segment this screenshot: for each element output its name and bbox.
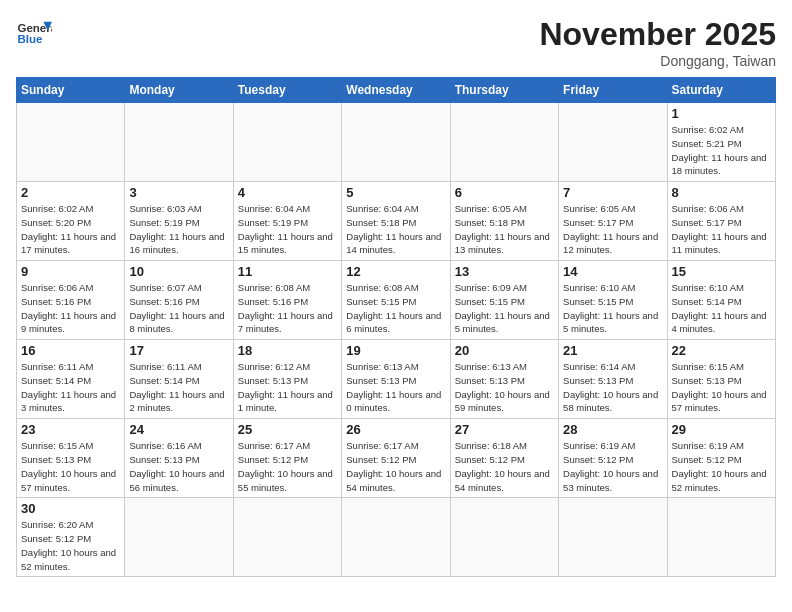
- calendar-subtitle: Donggang, Taiwan: [539, 53, 776, 69]
- day-number: 22: [672, 343, 771, 358]
- week-row-1: 1Sunrise: 6:02 AM Sunset: 5:21 PM Daylig…: [17, 103, 776, 182]
- day-number: 16: [21, 343, 120, 358]
- day-number: 10: [129, 264, 228, 279]
- day-cell: 27Sunrise: 6:18 AM Sunset: 5:12 PM Dayli…: [450, 419, 558, 498]
- day-number: 29: [672, 422, 771, 437]
- day-number: 30: [21, 501, 120, 516]
- day-info: Sunrise: 6:05 AM Sunset: 5:17 PM Dayligh…: [563, 202, 662, 257]
- day-info: Sunrise: 6:04 AM Sunset: 5:18 PM Dayligh…: [346, 202, 445, 257]
- day-info: Sunrise: 6:15 AM Sunset: 5:13 PM Dayligh…: [672, 360, 771, 415]
- col-header-wednesday: Wednesday: [342, 78, 450, 103]
- day-number: 28: [563, 422, 662, 437]
- logo: General Blue: [16, 16, 52, 52]
- week-row-4: 16Sunrise: 6:11 AM Sunset: 5:14 PM Dayli…: [17, 340, 776, 419]
- day-cell: 13Sunrise: 6:09 AM Sunset: 5:15 PM Dayli…: [450, 261, 558, 340]
- day-cell: 4Sunrise: 6:04 AM Sunset: 5:19 PM Daylig…: [233, 182, 341, 261]
- day-cell: 15Sunrise: 6:10 AM Sunset: 5:14 PM Dayli…: [667, 261, 775, 340]
- day-info: Sunrise: 6:11 AM Sunset: 5:14 PM Dayligh…: [21, 360, 120, 415]
- day-info: Sunrise: 6:14 AM Sunset: 5:13 PM Dayligh…: [563, 360, 662, 415]
- day-cell: 8Sunrise: 6:06 AM Sunset: 5:17 PM Daylig…: [667, 182, 775, 261]
- day-number: 13: [455, 264, 554, 279]
- day-cell: 26Sunrise: 6:17 AM Sunset: 5:12 PM Dayli…: [342, 419, 450, 498]
- col-header-tuesday: Tuesday: [233, 78, 341, 103]
- week-row-5: 23Sunrise: 6:15 AM Sunset: 5:13 PM Dayli…: [17, 419, 776, 498]
- svg-text:Blue: Blue: [17, 33, 43, 45]
- day-cell: [17, 103, 125, 182]
- day-info: Sunrise: 6:17 AM Sunset: 5:12 PM Dayligh…: [346, 439, 445, 494]
- day-cell: [233, 498, 341, 577]
- day-info: Sunrise: 6:07 AM Sunset: 5:16 PM Dayligh…: [129, 281, 228, 336]
- header: General Blue November 2025 Donggang, Tai…: [16, 16, 776, 69]
- day-number: 8: [672, 185, 771, 200]
- day-cell: 16Sunrise: 6:11 AM Sunset: 5:14 PM Dayli…: [17, 340, 125, 419]
- day-number: 3: [129, 185, 228, 200]
- day-info: Sunrise: 6:10 AM Sunset: 5:14 PM Dayligh…: [672, 281, 771, 336]
- day-cell: 9Sunrise: 6:06 AM Sunset: 5:16 PM Daylig…: [17, 261, 125, 340]
- calendar-table: SundayMondayTuesdayWednesdayThursdayFrid…: [16, 77, 776, 577]
- day-number: 1: [672, 106, 771, 121]
- day-cell: 19Sunrise: 6:13 AM Sunset: 5:13 PM Dayli…: [342, 340, 450, 419]
- day-number: 12: [346, 264, 445, 279]
- day-number: 15: [672, 264, 771, 279]
- day-cell: 2Sunrise: 6:02 AM Sunset: 5:20 PM Daylig…: [17, 182, 125, 261]
- day-cell: 10Sunrise: 6:07 AM Sunset: 5:16 PM Dayli…: [125, 261, 233, 340]
- day-cell: [667, 498, 775, 577]
- day-info: Sunrise: 6:05 AM Sunset: 5:18 PM Dayligh…: [455, 202, 554, 257]
- col-header-sunday: Sunday: [17, 78, 125, 103]
- day-cell: [233, 103, 341, 182]
- day-number: 5: [346, 185, 445, 200]
- day-info: Sunrise: 6:10 AM Sunset: 5:15 PM Dayligh…: [563, 281, 662, 336]
- title-block: November 2025 Donggang, Taiwan: [539, 16, 776, 69]
- day-info: Sunrise: 6:16 AM Sunset: 5:13 PM Dayligh…: [129, 439, 228, 494]
- day-number: 17: [129, 343, 228, 358]
- calendar-header: SundayMondayTuesdayWednesdayThursdayFrid…: [17, 78, 776, 103]
- day-info: Sunrise: 6:02 AM Sunset: 5:20 PM Dayligh…: [21, 202, 120, 257]
- day-cell: 18Sunrise: 6:12 AM Sunset: 5:13 PM Dayli…: [233, 340, 341, 419]
- week-row-3: 9Sunrise: 6:06 AM Sunset: 5:16 PM Daylig…: [17, 261, 776, 340]
- day-number: 4: [238, 185, 337, 200]
- day-info: Sunrise: 6:12 AM Sunset: 5:13 PM Dayligh…: [238, 360, 337, 415]
- day-number: 25: [238, 422, 337, 437]
- col-header-friday: Friday: [559, 78, 667, 103]
- day-number: 24: [129, 422, 228, 437]
- day-number: 2: [21, 185, 120, 200]
- day-cell: 17Sunrise: 6:11 AM Sunset: 5:14 PM Dayli…: [125, 340, 233, 419]
- day-info: Sunrise: 6:09 AM Sunset: 5:15 PM Dayligh…: [455, 281, 554, 336]
- week-row-6: 30Sunrise: 6:20 AM Sunset: 5:12 PM Dayli…: [17, 498, 776, 577]
- day-number: 9: [21, 264, 120, 279]
- day-info: Sunrise: 6:08 AM Sunset: 5:16 PM Dayligh…: [238, 281, 337, 336]
- day-info: Sunrise: 6:19 AM Sunset: 5:12 PM Dayligh…: [672, 439, 771, 494]
- day-cell: 21Sunrise: 6:14 AM Sunset: 5:13 PM Dayli…: [559, 340, 667, 419]
- day-number: 21: [563, 343, 662, 358]
- day-info: Sunrise: 6:11 AM Sunset: 5:14 PM Dayligh…: [129, 360, 228, 415]
- day-info: Sunrise: 6:13 AM Sunset: 5:13 PM Dayligh…: [346, 360, 445, 415]
- day-cell: 11Sunrise: 6:08 AM Sunset: 5:16 PM Dayli…: [233, 261, 341, 340]
- col-header-thursday: Thursday: [450, 78, 558, 103]
- day-info: Sunrise: 6:20 AM Sunset: 5:12 PM Dayligh…: [21, 518, 120, 573]
- day-number: 20: [455, 343, 554, 358]
- day-cell: 23Sunrise: 6:15 AM Sunset: 5:13 PM Dayli…: [17, 419, 125, 498]
- day-info: Sunrise: 6:03 AM Sunset: 5:19 PM Dayligh…: [129, 202, 228, 257]
- week-row-2: 2Sunrise: 6:02 AM Sunset: 5:20 PM Daylig…: [17, 182, 776, 261]
- day-cell: 12Sunrise: 6:08 AM Sunset: 5:15 PM Dayli…: [342, 261, 450, 340]
- day-cell: 14Sunrise: 6:10 AM Sunset: 5:15 PM Dayli…: [559, 261, 667, 340]
- day-cell: 1Sunrise: 6:02 AM Sunset: 5:21 PM Daylig…: [667, 103, 775, 182]
- day-number: 7: [563, 185, 662, 200]
- day-cell: [450, 103, 558, 182]
- day-cell: 22Sunrise: 6:15 AM Sunset: 5:13 PM Dayli…: [667, 340, 775, 419]
- day-info: Sunrise: 6:08 AM Sunset: 5:15 PM Dayligh…: [346, 281, 445, 336]
- day-info: Sunrise: 6:13 AM Sunset: 5:13 PM Dayligh…: [455, 360, 554, 415]
- day-info: Sunrise: 6:15 AM Sunset: 5:13 PM Dayligh…: [21, 439, 120, 494]
- day-cell: [559, 103, 667, 182]
- day-info: Sunrise: 6:06 AM Sunset: 5:17 PM Dayligh…: [672, 202, 771, 257]
- calendar-title: November 2025: [539, 16, 776, 53]
- col-header-saturday: Saturday: [667, 78, 775, 103]
- day-cell: 29Sunrise: 6:19 AM Sunset: 5:12 PM Dayli…: [667, 419, 775, 498]
- logo-icon: General Blue: [16, 16, 52, 52]
- day-cell: [559, 498, 667, 577]
- day-info: Sunrise: 6:17 AM Sunset: 5:12 PM Dayligh…: [238, 439, 337, 494]
- day-number: 18: [238, 343, 337, 358]
- day-info: Sunrise: 6:04 AM Sunset: 5:19 PM Dayligh…: [238, 202, 337, 257]
- day-number: 27: [455, 422, 554, 437]
- day-cell: 24Sunrise: 6:16 AM Sunset: 5:13 PM Dayli…: [125, 419, 233, 498]
